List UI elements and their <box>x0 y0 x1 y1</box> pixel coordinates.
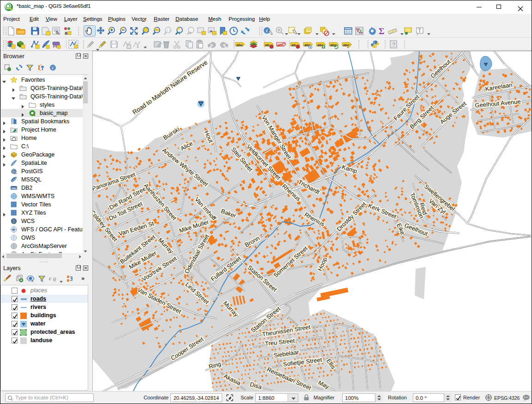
svg-text:DB2: DB2 <box>12 187 17 190</box>
svg-text:Σ: Σ <box>379 26 384 36</box>
svg-text:ε: ε <box>49 275 52 282</box>
svg-text:ab: ab <box>291 43 296 47</box>
svg-text:1:1: 1:1 <box>166 29 170 32</box>
svg-text:a: a <box>65 30 68 36</box>
svg-text:T: T <box>418 28 421 33</box>
svg-text:W: W <box>12 228 15 231</box>
svg-text:abc: abc <box>236 43 243 47</box>
svg-text:x: x <box>137 44 139 49</box>
svg-text:?: ? <box>392 42 395 48</box>
svg-text:ab: ab <box>265 43 269 47</box>
